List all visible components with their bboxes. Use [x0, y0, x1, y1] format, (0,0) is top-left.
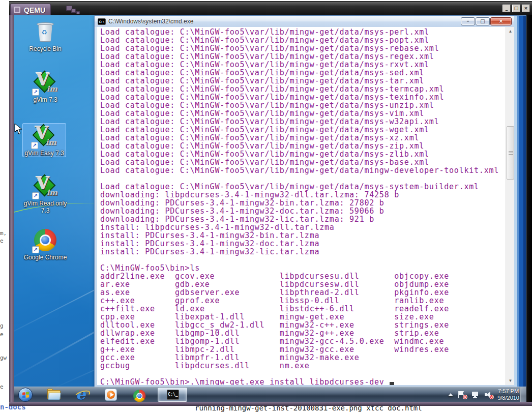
folder-icon — [48, 393, 61, 400]
cmd-titlebar[interactable]: C:\ C:\Windows\system32\cmd.exe – □ × — [95, 16, 526, 27]
desktop-icon-gvim-easy[interactable]: V im ↗ gVim Easy 7.3 — [22, 123, 66, 157]
taskbar-explorer-button[interactable] — [46, 388, 62, 401]
cmd-close-button[interactable]: × — [490, 17, 512, 25]
chrome-icon: ↗ — [33, 228, 57, 252]
host-text-fragment: g — [0, 323, 10, 329]
qemu-minimize-button[interactable]: _ — [503, 5, 511, 12]
play-icon — [110, 393, 114, 397]
taskbar-chrome-button[interactable] — [132, 388, 147, 401]
qemu-maximize-button[interactable]: □ — [512, 5, 520, 12]
qemu-close-button[interactable]: × — [522, 5, 530, 12]
terminal-output: Load catalogue: C:\MinGW-foo5\var/lib/mi… — [100, 28, 499, 385]
volume-muted-icon[interactable]: × — [484, 391, 493, 399]
windows-logo-icon — [22, 392, 29, 398]
gvim-icon: V im ↗ — [33, 70, 57, 95]
scroll-down-arrow-icon[interactable]: ▼ — [506, 376, 514, 385]
host-text-fragment: e — [0, 384, 10, 390]
cmd-app-icon: C:\_ — [167, 390, 179, 400]
start-button[interactable] — [18, 388, 33, 402]
qemu-border — [526, 15, 532, 402]
desktop-icon-label: gVim Read only 7.3 — [23, 200, 67, 214]
host-text-fragment: m, — [0, 230, 10, 237]
qemu-window-title: QEMU — [24, 6, 45, 14]
gvim-icon: V im ↗ — [33, 174, 57, 198]
taskbar-media-player-button[interactable] — [103, 388, 119, 401]
cmd-app-icon: C:\ — [98, 18, 106, 25]
cmd-terminal-area[interactable]: Load catalogue: C:\MinGW-foo5\var/lib/mi… — [97, 27, 514, 385]
shortcut-arrow-icon: ↗ — [31, 142, 38, 149]
mouse-cursor — [14, 123, 23, 135]
taskbar-internet-explorer-button[interactable]: e — [75, 388, 90, 401]
desktop-icon-label: gVim 7.3 — [23, 96, 67, 103]
terminal-cursor — [390, 382, 394, 385]
cmd-minimize-button[interactable]: – — [461, 17, 475, 25]
qemu-border — [9, 15, 14, 402]
scrollbar-grip — [509, 151, 513, 155]
network-icon[interactable] — [471, 391, 480, 399]
recycle-bin-icon: ♻ — [33, 19, 57, 44]
qemu-border — [9, 402, 532, 406]
scrollbar-thumb[interactable] — [507, 126, 514, 180]
clock-date: 9/8/2010 — [497, 395, 519, 401]
host-text-fragment: gw — [0, 355, 10, 361]
desktop-icon-label: Recycle Bin — [23, 45, 67, 52]
desktop-icon-label: Google Chrome — [23, 254, 67, 261]
qemu-titlebar-decoration — [66, 6, 90, 16]
cmd-window-controls: – □ × — [461, 17, 512, 25]
action-center-flag-icon[interactable]: × — [458, 391, 466, 399]
shortcut-arrow-icon: ↗ — [32, 192, 39, 199]
desktop-icon-gvim-readonly[interactable]: V im ↗ gVim Read only 7.3 — [23, 174, 67, 214]
desktop-icon-recycle-bin[interactable]: ♻ Recycle Bin — [23, 19, 67, 52]
clock-time: 7:57 PM — [497, 388, 519, 395]
taskbar-cmd-window-button[interactable]: C:\_ — [158, 388, 187, 402]
scroll-up-arrow-icon[interactable]: ▲ — [506, 27, 514, 36]
error-badge: × — [463, 395, 467, 399]
qemu-window-controls: _ □ × — [503, 5, 530, 12]
shortcut-arrow-icon: ↗ — [32, 246, 39, 253]
screen: m, e g e gw e n-docs running-mingw-get-i… — [0, 0, 532, 412]
qemu-titlebar[interactable]: QEMU _ □ × — [9, 1, 532, 15]
show-desktop-button[interactable] — [520, 387, 526, 402]
cmd-maximize-button[interactable]: □ — [476, 17, 490, 25]
desktop-icon-google-chrome[interactable]: ↗ Google Chrome — [23, 228, 67, 261]
desktop-icon-label: gVim Easy 7.3 — [23, 150, 66, 157]
system-tray: × × 7:57 PM 9/8/2010 — [448, 387, 519, 402]
windows-desktop[interactable]: ♻ Recycle Bin V im ↗ gVim 7.3 V im ↗ — [14, 15, 526, 402]
cmd-window-title: C:\Windows\system32\cmd.exe — [108, 18, 193, 25]
taskbar-clock[interactable]: 7:57 PM 9/8/2010 — [497, 388, 519, 401]
qemu-window: QEMU _ □ × ♻ Recycle Bin — [9, 1, 532, 406]
host-text-fragment: e — [0, 332, 10, 338]
desktop-icon-gvim[interactable]: V im ↗ gVim 7.3 — [23, 70, 67, 103]
qemu-title-tab[interactable]: QEMU — [10, 4, 51, 16]
host-text-fragment: e — [0, 238, 10, 244]
taskbar: e C:\_ — [14, 387, 526, 402]
cmd-vertical-scrollbar[interactable]: ▲ ▼ — [506, 27, 514, 385]
gvim-icon: V im ↗ — [32, 124, 56, 148]
qemu-app-icon — [14, 7, 20, 13]
cmd-window[interactable]: C:\ C:\Windows\system32\cmd.exe – □ × Lo… — [94, 15, 526, 388]
show-hidden-icons-button[interactable] — [448, 393, 453, 396]
shortcut-arrow-icon: ↗ — [32, 89, 39, 96]
mute-badge: × — [489, 395, 494, 399]
cmd-window-border — [514, 16, 526, 388]
